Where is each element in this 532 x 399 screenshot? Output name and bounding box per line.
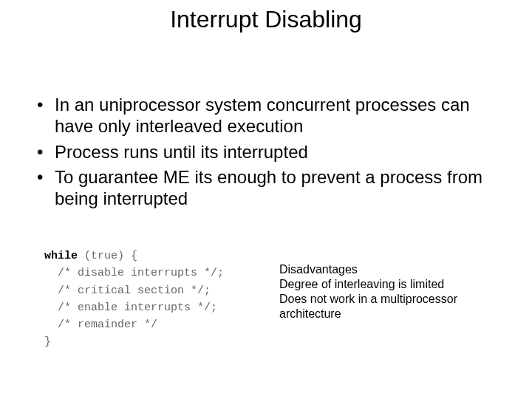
code-comment: /* remainder */ bbox=[44, 318, 157, 331]
code-text: } bbox=[44, 335, 51, 348]
bullet-item: Process runs until its interrupted bbox=[37, 142, 508, 163]
code-comment: /* disable interrupts */; bbox=[44, 267, 224, 279]
code-keyword: while bbox=[44, 250, 78, 262]
disadvantages-line: Does not work in a multiprocessor archit… bbox=[279, 292, 502, 321]
code-comment: /* enable interrupts */; bbox=[44, 301, 217, 314]
bullet-item: In an uniprocessor system concurrent pro… bbox=[37, 95, 508, 137]
bullet-list: In an uniprocessor system concurrent pro… bbox=[37, 95, 508, 214]
disadvantages-line: Degree of interleaving is limited bbox=[279, 277, 502, 292]
slide: Interrupt Disabling In an uniprocessor s… bbox=[0, 0, 532, 399]
slide-title: Interrupt Disabling bbox=[0, 6, 532, 33]
bullet-item: To guarantee ME its enough to prevent a … bbox=[37, 167, 508, 210]
code-text: (true) { bbox=[78, 250, 137, 262]
disadvantages-heading: Disadvantages bbox=[279, 262, 502, 277]
code-snippet: while (true) { /* disable interrupts */;… bbox=[44, 248, 224, 351]
code-comment: /* critical section */; bbox=[44, 284, 211, 297]
disadvantages-block: Disadvantages Degree of interleaving is … bbox=[279, 262, 502, 321]
